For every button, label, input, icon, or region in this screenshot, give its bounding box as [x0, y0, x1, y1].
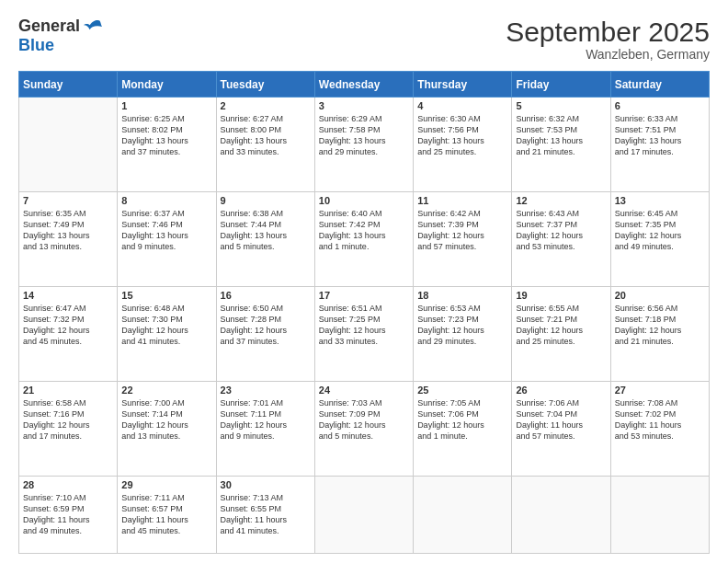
table-row: 7Sunrise: 6:35 AM Sunset: 7:49 PM Daylig… — [19, 191, 118, 286]
cell-content: Sunrise: 6:51 AM Sunset: 7:25 PM Dayligh… — [319, 303, 409, 348]
day-number: 21 — [23, 385, 113, 396]
day-number: 1 — [121, 100, 211, 111]
day-number: 22 — [121, 385, 211, 396]
table-row: 22Sunrise: 7:00 AM Sunset: 7:14 PM Dayli… — [118, 381, 216, 476]
cell-content: Sunrise: 7:10 AM Sunset: 6:59 PM Dayligh… — [23, 492, 113, 537]
logo-blue: Blue — [18, 36, 54, 55]
cell-content: Sunrise: 6:32 AM Sunset: 7:53 PM Dayligh… — [516, 113, 606, 158]
table-row: 27Sunrise: 7:08 AM Sunset: 7:02 PM Dayli… — [610, 381, 709, 476]
day-number: 6 — [615, 100, 705, 111]
table-row: 26Sunrise: 7:06 AM Sunset: 7:04 PM Dayli… — [512, 381, 610, 476]
day-number: 13 — [615, 195, 705, 206]
day-number: 5 — [516, 100, 606, 111]
table-row: 2Sunrise: 6:27 AM Sunset: 8:00 PM Daylig… — [216, 98, 314, 192]
table-row: 12Sunrise: 6:43 AM Sunset: 7:37 PM Dayli… — [512, 191, 610, 286]
cell-content: Sunrise: 7:01 AM Sunset: 7:11 PM Dayligh… — [221, 397, 311, 442]
day-number: 3 — [319, 100, 409, 111]
day-number: 14 — [23, 290, 113, 301]
title-section: September 2025 Wanzleben, Germany — [506, 17, 710, 62]
table-row: 8Sunrise: 6:37 AM Sunset: 7:46 PM Daylig… — [118, 191, 216, 286]
table-row: 24Sunrise: 7:03 AM Sunset: 7:09 PM Dayli… — [314, 381, 413, 476]
cell-content: Sunrise: 6:25 AM Sunset: 8:02 PM Dayligh… — [121, 113, 211, 158]
cell-content: Sunrise: 7:00 AM Sunset: 7:14 PM Dayligh… — [121, 397, 211, 442]
day-number: 4 — [417, 100, 507, 111]
cell-content: Sunrise: 6:50 AM Sunset: 7:28 PM Dayligh… — [221, 303, 311, 348]
calendar-week-row: 14Sunrise: 6:47 AM Sunset: 7:32 PM Dayli… — [19, 286, 710, 381]
cell-content: Sunrise: 6:27 AM Sunset: 8:00 PM Dayligh… — [221, 113, 311, 158]
calendar-week-row: 7Sunrise: 6:35 AM Sunset: 7:49 PM Daylig… — [19, 191, 710, 286]
table-row: 6Sunrise: 6:33 AM Sunset: 7:51 PM Daylig… — [610, 98, 709, 192]
header-tuesday: Tuesday — [216, 72, 314, 98]
day-number: 26 — [516, 385, 606, 396]
cell-content: Sunrise: 6:48 AM Sunset: 7:30 PM Dayligh… — [121, 303, 211, 348]
header-friday: Friday — [512, 72, 610, 98]
header-monday: Monday — [118, 72, 216, 98]
day-number: 24 — [319, 385, 409, 396]
day-number: 12 — [516, 195, 606, 206]
cell-content: Sunrise: 7:06 AM Sunset: 7:04 PM Dayligh… — [516, 397, 606, 442]
table-row: 30Sunrise: 7:13 AM Sunset: 6:55 PM Dayli… — [216, 476, 314, 553]
calendar-week-row: 21Sunrise: 6:58 AM Sunset: 7:16 PM Dayli… — [19, 381, 710, 476]
cell-content: Sunrise: 6:47 AM Sunset: 7:32 PM Dayligh… — [23, 303, 113, 348]
day-number: 20 — [615, 290, 705, 301]
table-row: 14Sunrise: 6:47 AM Sunset: 7:32 PM Dayli… — [19, 286, 118, 381]
table-row — [314, 476, 413, 553]
day-number: 27 — [615, 385, 705, 396]
cell-content: Sunrise: 7:13 AM Sunset: 6:55 PM Dayligh… — [221, 492, 311, 537]
table-row — [19, 98, 118, 192]
table-row: 13Sunrise: 6:45 AM Sunset: 7:35 PM Dayli… — [610, 191, 709, 286]
cell-content: Sunrise: 6:30 AM Sunset: 7:56 PM Dayligh… — [417, 113, 507, 158]
table-row: 20Sunrise: 6:56 AM Sunset: 7:18 PM Dayli… — [610, 286, 709, 381]
table-row: 10Sunrise: 6:40 AM Sunset: 7:42 PM Dayli… — [314, 191, 413, 286]
cell-content: Sunrise: 6:38 AM Sunset: 7:44 PM Dayligh… — [221, 208, 311, 253]
cell-content: Sunrise: 6:29 AM Sunset: 7:58 PM Dayligh… — [319, 113, 409, 158]
table-row — [610, 476, 709, 553]
table-row: 18Sunrise: 6:53 AM Sunset: 7:23 PM Dayli… — [414, 286, 512, 381]
table-row: 5Sunrise: 6:32 AM Sunset: 7:53 PM Daylig… — [512, 98, 610, 192]
table-row: 23Sunrise: 7:01 AM Sunset: 7:11 PM Dayli… — [216, 381, 314, 476]
table-row: 15Sunrise: 6:48 AM Sunset: 7:30 PM Dayli… — [118, 286, 216, 381]
table-row — [512, 476, 610, 553]
day-number: 23 — [221, 385, 311, 396]
header-thursday: Thursday — [414, 72, 512, 98]
cell-content: Sunrise: 6:56 AM Sunset: 7:18 PM Dayligh… — [615, 303, 705, 348]
cell-content: Sunrise: 6:40 AM Sunset: 7:42 PM Dayligh… — [319, 208, 409, 253]
day-number: 25 — [417, 385, 507, 396]
calendar-week-row: 1Sunrise: 6:25 AM Sunset: 8:02 PM Daylig… — [19, 98, 710, 192]
logo-text: General — [18, 17, 102, 36]
table-row: 17Sunrise: 6:51 AM Sunset: 7:25 PM Dayli… — [314, 286, 413, 381]
table-row: 16Sunrise: 6:50 AM Sunset: 7:28 PM Dayli… — [216, 286, 314, 381]
logo-general: General — [18, 17, 80, 36]
cell-content: Sunrise: 6:58 AM Sunset: 7:16 PM Dayligh… — [23, 397, 113, 442]
table-row: 28Sunrise: 7:10 AM Sunset: 6:59 PM Dayli… — [19, 476, 118, 553]
cell-content: Sunrise: 6:37 AM Sunset: 7:46 PM Dayligh… — [121, 208, 211, 253]
logo: General Blue — [18, 17, 102, 55]
location: Wanzleben, Germany — [506, 47, 710, 62]
table-row: 3Sunrise: 6:29 AM Sunset: 7:58 PM Daylig… — [314, 98, 413, 192]
cell-content: Sunrise: 6:33 AM Sunset: 7:51 PM Dayligh… — [615, 113, 705, 158]
cell-content: Sunrise: 7:05 AM Sunset: 7:06 PM Dayligh… — [417, 397, 507, 442]
day-number: 15 — [121, 290, 211, 301]
cell-content: Sunrise: 6:45 AM Sunset: 7:35 PM Dayligh… — [615, 208, 705, 253]
day-number: 2 — [221, 100, 311, 111]
day-number: 8 — [121, 195, 211, 206]
header-wednesday: Wednesday — [314, 72, 413, 98]
cell-content: Sunrise: 7:11 AM Sunset: 6:57 PM Dayligh… — [121, 492, 211, 537]
cell-content: Sunrise: 6:43 AM Sunset: 7:37 PM Dayligh… — [516, 208, 606, 253]
day-number: 10 — [319, 195, 409, 206]
table-row: 25Sunrise: 7:05 AM Sunset: 7:06 PM Dayli… — [414, 381, 512, 476]
calendar-week-row: 28Sunrise: 7:10 AM Sunset: 6:59 PM Dayli… — [19, 476, 710, 553]
day-number: 11 — [417, 195, 507, 206]
table-row: 11Sunrise: 6:42 AM Sunset: 7:39 PM Dayli… — [414, 191, 512, 286]
cell-content: Sunrise: 7:08 AM Sunset: 7:02 PM Dayligh… — [615, 397, 705, 442]
cell-content: Sunrise: 6:53 AM Sunset: 7:23 PM Dayligh… — [417, 303, 507, 348]
header-saturday: Saturday — [610, 72, 709, 98]
header: General Blue September 2025 Wanzleben, G… — [18, 17, 710, 62]
logo-bird-icon — [84, 18, 102, 35]
day-number: 7 — [23, 195, 113, 206]
table-row: 29Sunrise: 7:11 AM Sunset: 6:57 PM Dayli… — [118, 476, 216, 553]
day-number: 28 — [23, 479, 113, 490]
day-number: 29 — [121, 479, 211, 490]
cell-content: Sunrise: 6:55 AM Sunset: 7:21 PM Dayligh… — [516, 303, 606, 348]
day-number: 19 — [516, 290, 606, 301]
